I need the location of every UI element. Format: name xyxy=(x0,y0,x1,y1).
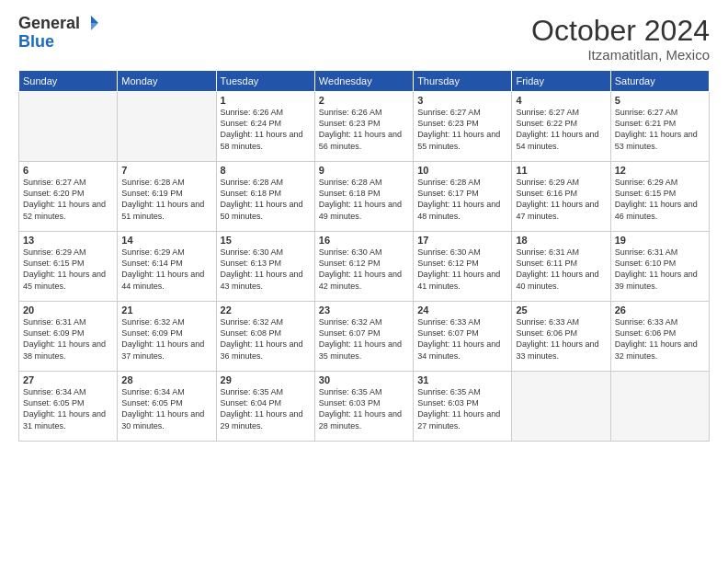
day-info: Sunrise: 6:32 AM Sunset: 6:09 PM Dayligh… xyxy=(121,316,211,362)
table-row: 8Sunrise: 6:28 AM Sunset: 6:18 PM Daylig… xyxy=(216,162,314,232)
table-row xyxy=(512,372,610,442)
day-info: Sunrise: 6:28 AM Sunset: 6:18 PM Dayligh… xyxy=(221,177,311,222)
day-info: Sunrise: 6:29 AM Sunset: 6:15 PM Dayligh… xyxy=(615,177,705,222)
day-info: Sunrise: 6:26 AM Sunset: 6:23 PM Dayligh… xyxy=(319,107,409,152)
title-area: October 2024 Itzamatitlan, Mexico xyxy=(531,15,710,63)
col-monday: Monday xyxy=(118,71,216,92)
day-number: 22 xyxy=(221,304,311,316)
day-number: 10 xyxy=(417,165,507,176)
day-info: Sunrise: 6:29 AM Sunset: 6:14 PM Dayligh… xyxy=(121,247,211,292)
logo-general: General xyxy=(18,15,80,33)
day-number: 2 xyxy=(319,95,409,106)
day-info: Sunrise: 6:29 AM Sunset: 6:16 PM Dayligh… xyxy=(516,177,606,222)
day-number: 9 xyxy=(319,165,409,176)
table-row: 25Sunrise: 6:33 AM Sunset: 6:06 PM Dayli… xyxy=(512,302,610,372)
header-row: Sunday Monday Tuesday Wednesday Thursday… xyxy=(19,71,710,92)
day-number: 18 xyxy=(516,235,606,246)
table-row: 11Sunrise: 6:29 AM Sunset: 6:16 PM Dayli… xyxy=(512,162,610,232)
day-info: Sunrise: 6:27 AM Sunset: 6:22 PM Dayligh… xyxy=(516,107,606,152)
col-saturday: Saturday xyxy=(610,71,709,92)
svg-marker-0 xyxy=(91,16,98,23)
day-info: Sunrise: 6:29 AM Sunset: 6:15 PM Dayligh… xyxy=(23,247,113,292)
day-info: Sunrise: 6:27 AM Sunset: 6:20 PM Dayligh… xyxy=(23,177,113,222)
table-row: 21Sunrise: 6:32 AM Sunset: 6:09 PM Dayli… xyxy=(118,302,216,372)
logo-flag-icon xyxy=(83,15,99,31)
table-row: 26Sunrise: 6:33 AM Sunset: 6:06 PM Dayli… xyxy=(610,302,709,372)
day-number: 14 xyxy=(121,235,211,246)
table-row xyxy=(19,92,118,162)
table-row: 14Sunrise: 6:29 AM Sunset: 6:14 PM Dayli… xyxy=(118,232,216,302)
calendar-week-3: 13Sunrise: 6:29 AM Sunset: 6:15 PM Dayli… xyxy=(19,232,710,302)
table-row: 4Sunrise: 6:27 AM Sunset: 6:22 PM Daylig… xyxy=(512,92,610,162)
table-row: 2Sunrise: 6:26 AM Sunset: 6:23 PM Daylig… xyxy=(314,92,413,162)
day-number: 20 xyxy=(23,304,113,316)
day-number: 16 xyxy=(319,235,409,246)
month-title: October 2024 xyxy=(531,15,710,47)
day-info: Sunrise: 6:33 AM Sunset: 6:06 PM Dayligh… xyxy=(615,316,705,362)
day-number: 30 xyxy=(319,374,409,385)
table-row: 1Sunrise: 6:26 AM Sunset: 6:24 PM Daylig… xyxy=(216,92,314,162)
day-info: Sunrise: 6:32 AM Sunset: 6:08 PM Dayligh… xyxy=(221,316,311,362)
day-info: Sunrise: 6:33 AM Sunset: 6:06 PM Dayligh… xyxy=(516,316,606,362)
day-info: Sunrise: 6:35 AM Sunset: 6:03 PM Dayligh… xyxy=(319,386,409,431)
calendar-week-4: 20Sunrise: 6:31 AM Sunset: 6:09 PM Dayli… xyxy=(19,302,710,372)
day-info: Sunrise: 6:30 AM Sunset: 6:13 PM Dayligh… xyxy=(221,247,311,292)
day-number: 3 xyxy=(417,95,507,106)
location-title: Itzamatitlan, Mexico xyxy=(531,47,710,63)
logo-text: General Blue xyxy=(18,15,99,52)
table-row: 6Sunrise: 6:27 AM Sunset: 6:20 PM Daylig… xyxy=(19,162,118,232)
col-thursday: Thursday xyxy=(414,71,512,92)
table-row: 28Sunrise: 6:34 AM Sunset: 6:05 PM Dayli… xyxy=(118,372,216,442)
table-row: 23Sunrise: 6:32 AM Sunset: 6:07 PM Dayli… xyxy=(314,302,413,372)
day-number: 12 xyxy=(615,165,705,176)
table-row: 27Sunrise: 6:34 AM Sunset: 6:05 PM Dayli… xyxy=(19,372,118,442)
day-info: Sunrise: 6:28 AM Sunset: 6:18 PM Dayligh… xyxy=(319,177,409,222)
day-number: 21 xyxy=(121,304,211,316)
table-row: 12Sunrise: 6:29 AM Sunset: 6:15 PM Dayli… xyxy=(610,162,709,232)
day-info: Sunrise: 6:32 AM Sunset: 6:07 PM Dayligh… xyxy=(319,316,409,362)
page: General Blue October 2024 Itzamatitlan, … xyxy=(0,0,728,563)
day-info: Sunrise: 6:27 AM Sunset: 6:21 PM Dayligh… xyxy=(615,107,705,152)
day-number: 5 xyxy=(615,95,705,106)
day-number: 27 xyxy=(23,374,113,385)
day-info: Sunrise: 6:33 AM Sunset: 6:07 PM Dayligh… xyxy=(417,316,507,362)
day-info: Sunrise: 6:30 AM Sunset: 6:12 PM Dayligh… xyxy=(319,247,409,292)
table-row: 9Sunrise: 6:28 AM Sunset: 6:18 PM Daylig… xyxy=(314,162,413,232)
day-info: Sunrise: 6:26 AM Sunset: 6:24 PM Dayligh… xyxy=(221,107,311,152)
day-info: Sunrise: 6:28 AM Sunset: 6:17 PM Dayligh… xyxy=(417,177,507,222)
day-info: Sunrise: 6:28 AM Sunset: 6:19 PM Dayligh… xyxy=(121,177,211,222)
day-number: 6 xyxy=(23,165,113,176)
day-number: 13 xyxy=(23,235,113,246)
day-info: Sunrise: 6:30 AM Sunset: 6:12 PM Dayligh… xyxy=(417,247,507,292)
table-row: 29Sunrise: 6:35 AM Sunset: 6:04 PM Dayli… xyxy=(216,372,314,442)
header: General Blue October 2024 Itzamatitlan, … xyxy=(18,15,710,63)
day-number: 24 xyxy=(417,304,507,316)
col-sunday: Sunday xyxy=(19,71,118,92)
day-number: 15 xyxy=(221,235,311,246)
col-wednesday: Wednesday xyxy=(314,71,413,92)
day-number: 4 xyxy=(516,95,606,106)
table-row: 7Sunrise: 6:28 AM Sunset: 6:19 PM Daylig… xyxy=(118,162,216,232)
table-row: 3Sunrise: 6:27 AM Sunset: 6:23 PM Daylig… xyxy=(414,92,512,162)
day-number: 25 xyxy=(516,304,606,316)
day-number: 28 xyxy=(121,374,211,385)
table-row: 22Sunrise: 6:32 AM Sunset: 6:08 PM Dayli… xyxy=(216,302,314,372)
day-number: 23 xyxy=(319,304,409,316)
table-row: 16Sunrise: 6:30 AM Sunset: 6:12 PM Dayli… xyxy=(314,232,413,302)
table-row: 19Sunrise: 6:31 AM Sunset: 6:10 PM Dayli… xyxy=(610,232,709,302)
table-row: 18Sunrise: 6:31 AM Sunset: 6:11 PM Dayli… xyxy=(512,232,610,302)
day-number: 31 xyxy=(417,374,507,385)
day-info: Sunrise: 6:31 AM Sunset: 6:09 PM Dayligh… xyxy=(23,316,113,362)
table-row: 20Sunrise: 6:31 AM Sunset: 6:09 PM Dayli… xyxy=(19,302,118,372)
svg-marker-1 xyxy=(91,23,98,30)
day-number: 1 xyxy=(221,95,311,106)
logo-blue: Blue xyxy=(18,33,99,52)
calendar-week-5: 27Sunrise: 6:34 AM Sunset: 6:05 PM Dayli… xyxy=(19,372,710,442)
day-info: Sunrise: 6:34 AM Sunset: 6:05 PM Dayligh… xyxy=(23,386,113,431)
day-number: 8 xyxy=(221,165,311,176)
table-row: 5Sunrise: 6:27 AM Sunset: 6:21 PM Daylig… xyxy=(610,92,709,162)
calendar-week-1: 1Sunrise: 6:26 AM Sunset: 6:24 PM Daylig… xyxy=(19,92,710,162)
table-row: 31Sunrise: 6:35 AM Sunset: 6:03 PM Dayli… xyxy=(414,372,512,442)
calendar-table: Sunday Monday Tuesday Wednesday Thursday… xyxy=(18,70,710,442)
table-row: 30Sunrise: 6:35 AM Sunset: 6:03 PM Dayli… xyxy=(314,372,413,442)
